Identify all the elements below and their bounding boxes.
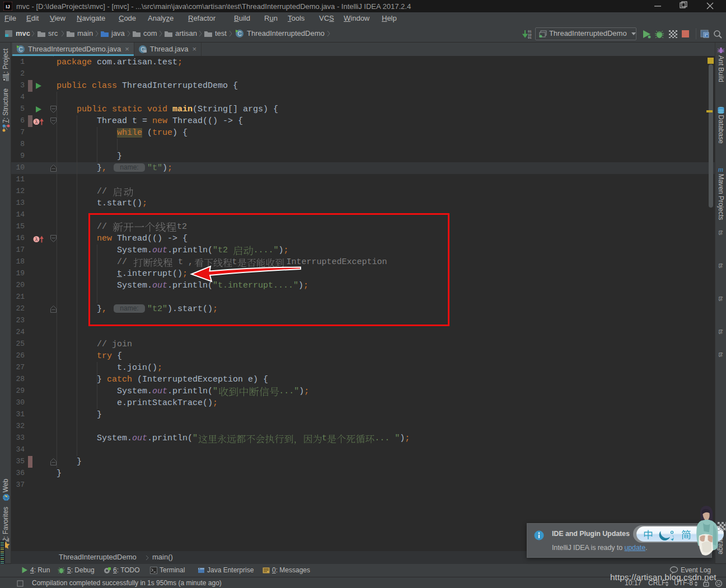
svg-text:C: C <box>18 46 22 53</box>
svg-text:IJ: IJ <box>6 4 10 10</box>
svg-text:C: C <box>237 31 241 37</box>
svg-text:λ: λ <box>35 237 38 242</box>
svg-text:01: 01 <box>528 36 532 39</box>
svg-text:m: m <box>718 166 723 173</box>
svg-text:λ: λ <box>35 119 38 125</box>
